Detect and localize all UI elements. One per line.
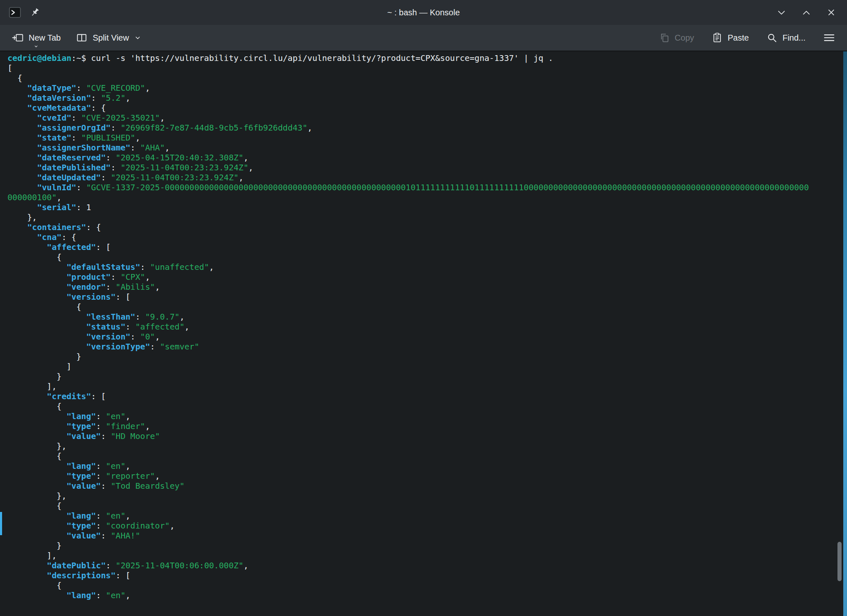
- paste-button[interactable]: Paste: [710, 29, 750, 47]
- terminal-line: {: [7, 581, 847, 591]
- toolbar: New Tab Split View: [0, 25, 847, 51]
- copy-label: Copy: [675, 33, 694, 43]
- terminal-line: "lang": "en",: [7, 412, 847, 422]
- terminal-line: "state": "PUBLISHED",: [7, 133, 847, 143]
- window-focus-edge: [843, 51, 847, 616]
- terminal-line: "lang": "en",: [7, 461, 847, 471]
- terminal-line: ],: [7, 551, 847, 561]
- konsole-window: ~ : bash — Konsole: [0, 0, 847, 616]
- terminal-line: "affected": [: [7, 243, 847, 252]
- terminal-line: "dateReserved": "2025-04-15T20:40:32.308…: [7, 153, 847, 163]
- terminal-line: "cna": {: [7, 233, 847, 243]
- terminal-line: },: [7, 213, 847, 223]
- window-title: ~ : bash — Konsole: [0, 8, 847, 17]
- terminal-line: "versionType": "semver": [7, 342, 847, 352]
- split-view-button[interactable]: Split View: [74, 28, 143, 47]
- terminal-line: {: [7, 252, 847, 262]
- terminal-output[interactable]: cedric@debian:~$ curl -s 'https://vulner…: [0, 51, 847, 616]
- terminal-line: "lang": "en",: [7, 511, 847, 521]
- terminal-line: "defaultStatus": "unaffected",: [7, 262, 847, 272]
- terminal-line: "cveMetadata": {: [7, 103, 847, 113]
- terminal-line: "lang": "en",: [7, 591, 847, 601]
- scrollbar-thumb[interactable]: [837, 542, 842, 581]
- titlebar[interactable]: ~ : bash — Konsole: [0, 0, 847, 25]
- terminal-line: }: [7, 541, 847, 551]
- terminal-line: "versions": [: [7, 292, 847, 302]
- terminal-line: "type": "reporter",: [7, 471, 847, 481]
- terminal-line: ],: [7, 382, 847, 392]
- terminal-line: "cveId": "CVE-2025-35021",: [7, 113, 847, 123]
- copy-icon: [659, 32, 670, 44]
- terminal-line: "credits": [: [7, 392, 847, 402]
- search-icon: [766, 32, 778, 44]
- terminal-line: "type": "finder",: [7, 422, 847, 432]
- split-view-label: Split View: [92, 33, 129, 43]
- chevron-down-icon: [134, 34, 142, 42]
- terminal-line: "descriptions": [: [7, 571, 847, 581]
- toolbar-right-group: Copy Paste: [657, 28, 837, 47]
- find-button[interactable]: Find...: [764, 29, 807, 47]
- new-tab-label: New Tab: [29, 33, 61, 43]
- terminal-line: "containers": {: [7, 223, 847, 233]
- terminal-line: },: [7, 491, 847, 501]
- close-button[interactable]: [824, 5, 839, 20]
- minimize-button[interactable]: [774, 5, 789, 20]
- copy-button[interactable]: Copy: [657, 29, 696, 47]
- terminal-line: "value": "AHA!": [7, 531, 847, 541]
- split-view-icon: [75, 32, 88, 44]
- terminal-line: "datePublic": "2025-11-04T00:06:00.000Z"…: [7, 561, 847, 571]
- chevron-up-icon: [801, 7, 812, 18]
- terminal-line: "value": "HD Moore": [7, 432, 847, 441]
- terminal-line: "assignerOrgId": "26969f82-7e87-44d8-9cb…: [7, 123, 847, 133]
- terminal-line: "type": "coordinator",: [7, 521, 847, 531]
- terminal-line: }: [7, 372, 847, 382]
- terminal-line: {: [7, 451, 847, 461]
- titlebar-left: [8, 6, 41, 19]
- terminal-line: "product": "CPX",: [7, 272, 847, 282]
- terminal-text[interactable]: cedric@debian:~$ curl -s 'https://vulner…: [7, 53, 847, 601]
- close-icon: [825, 7, 837, 18]
- menu-button[interactable]: [821, 28, 837, 47]
- hamburger-icon: [823, 32, 835, 44]
- paste-icon: [711, 32, 723, 44]
- terminal-line: "dataVersion": "5.2",: [7, 93, 847, 103]
- terminal-line: },: [7, 441, 847, 451]
- terminal-line: "version": "0",: [7, 332, 847, 342]
- new-tab-icon: [12, 32, 24, 44]
- terminal-line: "vulnId": "GCVE-1337-2025-00000000000000…: [7, 183, 847, 193]
- terminal-line: "assignerShortName": "AHA",: [7, 143, 847, 153]
- terminal-line: 000000100",: [7, 193, 847, 203]
- scrollbar-track[interactable]: [837, 51, 842, 616]
- terminal-line: }: [7, 352, 847, 362]
- pin-icon[interactable]: [28, 6, 41, 19]
- terminal-line: "dateUpdated": "2025-11-04T00:23:23.924Z…: [7, 173, 847, 183]
- chevron-down-icon: [776, 7, 787, 18]
- new-tab-button[interactable]: New Tab: [10, 28, 62, 47]
- terminal-line: "serial": 1: [7, 203, 847, 213]
- scroll-position-marker: [0, 512, 2, 535]
- new-tab-menu-caret-icon: [33, 43, 39, 50]
- terminal-line: "datePublished": "2025-11-04T00:23:23.92…: [7, 163, 847, 173]
- terminal-line: ]: [7, 362, 847, 372]
- terminal-line: {: [7, 302, 847, 312]
- terminal-line: [: [7, 63, 847, 73]
- paste-label: Paste: [728, 33, 749, 43]
- terminal-line: "status": "affected",: [7, 322, 847, 332]
- maximize-button[interactable]: [799, 5, 814, 20]
- terminal-line: "dataType": "CVE_RECORD",: [7, 83, 847, 93]
- terminal-line: "value": "Tod Beardsley": [7, 481, 847, 491]
- konsole-app-icon[interactable]: [8, 6, 22, 19]
- terminal-line: "vendor": "Abilis",: [7, 282, 847, 292]
- terminal-line: {: [7, 73, 847, 83]
- find-label: Find...: [782, 33, 806, 43]
- terminal-line: cedric@debian:~$ curl -s 'https://vulner…: [7, 53, 847, 63]
- terminal-line: "lessThan": "9.0.7",: [7, 312, 847, 322]
- terminal-line: {: [7, 402, 847, 412]
- terminal-line: {: [7, 501, 847, 511]
- toolbar-left-group: New Tab Split View: [10, 28, 144, 47]
- window-controls: [774, 5, 839, 20]
